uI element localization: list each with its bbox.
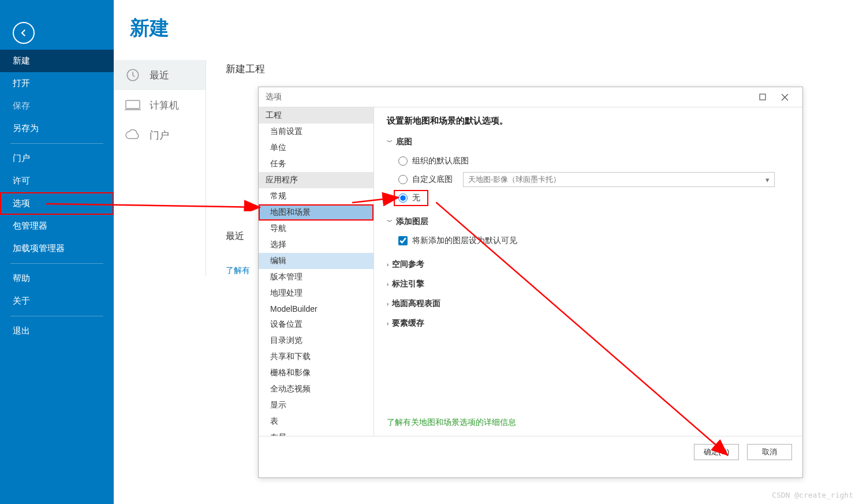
radio-none[interactable]: 无 [394, 190, 428, 206]
maximize-icon [759, 94, 766, 100]
back-button[interactable] [13, 22, 35, 44]
nav-modelbuilder[interactable]: ModelBuilder [259, 301, 374, 316]
page-title: 新建 [130, 15, 859, 42]
nav-group-app: 应用程序 [259, 172, 374, 188]
nav-options[interactable]: 选项 [0, 192, 114, 215]
checkbox-default-visible[interactable]: 将新添加的图层设为默认可见 [398, 233, 790, 249]
dialog-footer: 确定(O) 取消 [259, 436, 802, 467]
backstage-panel: 新建 打开 保存 另存为 门户 许可 选项 包管理器 加载项管理器 帮助 关于 … [0, 0, 114, 504]
section-feature-cache[interactable]: ›要素缓存 [387, 316, 790, 331]
nav-geoprocessing[interactable]: 地理处理 [259, 285, 374, 301]
nav-map-scene[interactable]: 地图和场景 [259, 204, 374, 221]
clock-icon [124, 68, 141, 82]
nav-current-settings[interactable]: 当前设置 [259, 124, 374, 140]
nav-save-as[interactable]: 另存为 [0, 117, 114, 140]
custom-basemap-dropdown[interactable]: 天地图-影像（球面墨卡托）▾ [463, 172, 775, 187]
options-dialog: 选项 工程 当前设置 单位 任务 应用程序 常规 地图和场景 导航 选择 编辑 … [258, 87, 803, 478]
source-portal[interactable]: 门户 [114, 120, 206, 150]
source-label: 计算机 [150, 99, 179, 112]
nav-separator [10, 263, 103, 264]
dialog-content: 设置新地图和场景的默认选项。 ﹀底图 组织的默认底图 自定义底图 天地图-影像（… [374, 107, 802, 436]
nav-full-motion[interactable]: 全动态视频 [259, 381, 374, 397]
dialog-nav[interactable]: 工程 当前设置 单位 任务 应用程序 常规 地图和场景 导航 选择 编辑 版本管… [259, 107, 374, 436]
section-spatial-ref[interactable]: ›空间参考 [387, 257, 790, 272]
nav-group-project: 工程 [259, 107, 374, 124]
watermark: CSDN @create_right [772, 491, 853, 499]
nav-separator [10, 316, 103, 316]
nav-pkg-manager[interactable]: 包管理器 [0, 215, 114, 237]
nav-help[interactable]: 帮助 [0, 267, 114, 290]
nav-save: 保存 [0, 95, 114, 117]
nav-device-position[interactable]: 设备位置 [259, 316, 374, 333]
chevron-right-icon: › [387, 320, 389, 327]
dialog-title: 选项 [266, 92, 752, 102]
chevron-right-icon: › [387, 301, 389, 307]
chevron-right-icon: › [387, 262, 389, 268]
ok-button[interactable]: 确定(O) [694, 444, 739, 460]
radio-custom-basemap[interactable]: 自定义底图 天地图-影像（球面墨卡托）▾ [398, 169, 790, 190]
chevron-down-icon: ﹀ [387, 138, 393, 146]
close-button[interactable] [774, 88, 795, 106]
computer-icon [124, 98, 141, 112]
chevron-right-icon: › [387, 281, 389, 288]
nav-layout[interactable]: 布局 [259, 430, 374, 436]
cloud-icon [124, 128, 141, 142]
source-label: 门户 [150, 129, 169, 142]
nav-selection[interactable]: 选择 [259, 237, 374, 253]
chevron-down-icon: ﹀ [387, 218, 393, 226]
close-icon [781, 94, 789, 101]
nav-catalog-browse[interactable]: 目录浏览 [259, 333, 374, 349]
learn-more-link[interactable]: 了解有关地图和场景选项的详细信息 [387, 417, 516, 428]
radio-org-default[interactable]: 组织的默认底图 [398, 153, 790, 169]
svg-rect-2 [760, 94, 765, 100]
section-ground-elev[interactable]: ›地面高程表面 [387, 296, 790, 311]
chevron-down-icon: ▾ [765, 176, 770, 184]
nav-share-download[interactable]: 共享和下载 [259, 349, 374, 365]
nav-versioning[interactable]: 版本管理 [259, 269, 374, 285]
source-list: 最近 计算机 门户 [114, 60, 206, 276]
section-add-layers[interactable]: ﹀添加图层 [387, 214, 790, 229]
section-basemap[interactable]: ﹀底图 [387, 135, 790, 150]
svg-rect-1 [126, 100, 140, 109]
content-heading: 设置新地图和场景的默认选项。 [387, 115, 790, 126]
cancel-button[interactable]: 取消 [747, 444, 792, 460]
nav-units[interactable]: 单位 [259, 140, 374, 156]
maximize-button[interactable] [752, 88, 774, 106]
nav-portal[interactable]: 门户 [0, 147, 114, 170]
dialog-titlebar: 选项 [259, 87, 802, 107]
nav-license[interactable]: 许可 [0, 170, 114, 192]
source-computer[interactable]: 计算机 [114, 90, 206, 120]
nav-raster-image[interactable]: 栅格和影像 [259, 365, 374, 381]
arrow-left-icon [18, 28, 29, 38]
section-new-project: 新建工程 [226, 62, 850, 76]
nav-navigation[interactable]: 导航 [259, 221, 374, 237]
source-label: 最近 [150, 69, 169, 82]
nav-editing[interactable]: 编辑 [259, 253, 374, 269]
nav-general[interactable]: 常规 [259, 188, 374, 204]
nav-table[interactable]: 表 [259, 413, 374, 430]
nav-tasks[interactable]: 任务 [259, 156, 374, 172]
nav-exit[interactable]: 退出 [0, 320, 114, 342]
section-label-engine[interactable]: ›标注引擎 [387, 277, 790, 292]
source-recent[interactable]: 最近 [114, 60, 206, 90]
nav-new[interactable]: 新建 [0, 50, 114, 72]
nav-addin-manager[interactable]: 加载项管理器 [0, 237, 114, 260]
nav-about[interactable]: 关于 [0, 290, 114, 312]
nav-open[interactable]: 打开 [0, 72, 114, 95]
nav-separator [10, 143, 103, 144]
nav-display[interactable]: 显示 [259, 397, 374, 413]
